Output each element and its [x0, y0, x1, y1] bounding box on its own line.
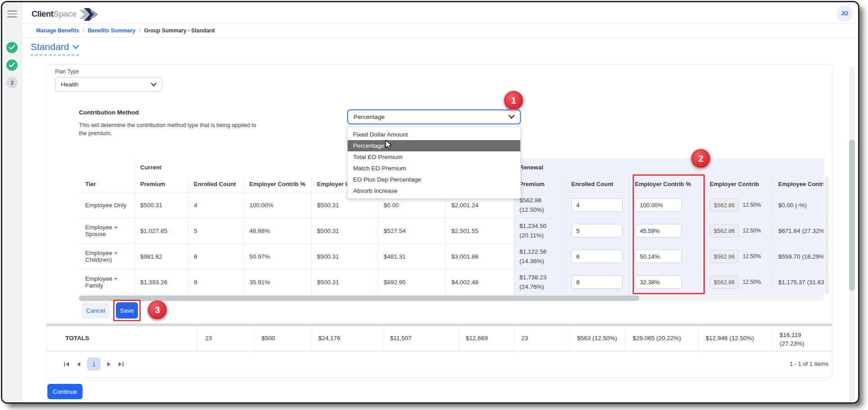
table-vertical-scrollbar[interactable] — [825, 177, 829, 294]
breadcrumb-benefits-summary[interactable]: Benefits Summary — [88, 27, 135, 34]
renewal-employer-pct: 12.50% — [743, 253, 761, 260]
cell-employer-contrib: $500.31 — [311, 244, 378, 269]
cell-total-premium: $4,002.48 — [445, 269, 514, 295]
left-rail: 3 — [2, 2, 23, 402]
renewal-employer-contrib-input — [710, 250, 739, 263]
contribution-method-select[interactable]: Percentage — [347, 109, 521, 124]
option-total-eo-premium[interactable]: Total EO Premium — [348, 151, 520, 163]
contribution-method-description: This will determine the contribution met… — [79, 121, 259, 137]
cell-contrib-pct: 100.00% — [243, 192, 311, 218]
step-indicator-3[interactable]: 3 — [6, 77, 18, 88]
cell-renewal-premium: $1,738.23 (24.76%) — [514, 269, 565, 295]
renewal-enrolled-count-input[interactable] — [571, 198, 623, 212]
renewal-enrolled-count-input[interactable] — [571, 275, 623, 289]
cell-renewal-premium: $1,122.56 (14.36%) — [514, 244, 565, 269]
option-match-eo-premium[interactable]: Match EO Premium — [348, 163, 520, 174]
cell-enrolled: 8 — [188, 269, 243, 295]
col-header-employer-contrib-pct: Employer Contrib % — [243, 176, 311, 192]
col-header-enrolled-count: Enrolled Count — [188, 176, 243, 192]
step-indicator-2[interactable] — [6, 59, 18, 71]
continue-button[interactable]: Continue — [47, 384, 83, 399]
totals-cell: $12,946 (12.50%) — [698, 326, 772, 351]
cell-enrolled: 6 — [188, 244, 243, 269]
option-absorb-increase[interactable]: Absorb Increase — [348, 185, 520, 196]
renewal-employer-contrib-input — [710, 275, 739, 289]
option-eo-plus-dep-percentage[interactable]: EO Plus Dep Percentage — [348, 174, 520, 185]
contribution-method-value: Percentage — [354, 114, 509, 120]
group-header-spacer — [79, 158, 134, 176]
next-page-button[interactable] — [103, 358, 115, 370]
breadcrumb-manage-benefits[interactable]: Manage Benefits — [36, 27, 79, 34]
last-page-button[interactable] — [115, 358, 127, 370]
step-indicator-1[interactable] — [6, 42, 18, 53]
page-number-button[interactable]: 1 — [87, 357, 101, 371]
page-title-row: Standard — [31, 41, 79, 55]
pagination: 1 — [61, 357, 127, 371]
cell-tier: Employee Only — [79, 192, 134, 218]
clientspace-logo[interactable]: ClientSpace — [32, 7, 98, 22]
col-header-premium: Premium — [134, 176, 188, 192]
footer-divider — [45, 380, 830, 380]
col-header-renewal-premium: Premium — [514, 176, 565, 192]
cell-tier: Employee + Spouse — [79, 218, 134, 244]
renewal-employer-pct: 12.50% — [743, 202, 761, 208]
cell-renewal-enrolled — [565, 218, 629, 244]
totals-cell: 23 — [514, 326, 569, 351]
renewal-employer-pct: 12.50% — [743, 279, 761, 285]
cell-enrolled: 4 — [188, 192, 243, 218]
cell-employee-contrib: $527.54 — [378, 218, 445, 244]
user-avatar[interactable]: JO — [836, 5, 853, 22]
cell-renewal-employee-contrib: $0.00 (-%) — [772, 192, 824, 218]
chevron-down-icon — [151, 83, 156, 87]
page-vertical-scrollbar-thumb[interactable] — [849, 140, 855, 291]
mouse-cursor-icon — [385, 140, 393, 150]
cell-premium: $1,393.26 — [134, 269, 188, 295]
table-horizontal-scrollbar — [79, 296, 824, 301]
totals-cell: $24,176 — [311, 326, 382, 351]
cell-employer-contrib: $500.31 — [311, 269, 378, 295]
col-header-renewal-employee-contrib: Employee Contrib — [772, 176, 824, 192]
totals-cell: $16,119 (27.23%) — [772, 326, 832, 351]
cell-renewal-enrolled — [565, 269, 629, 295]
chevron-down-icon — [509, 115, 514, 119]
first-page-button[interactable] — [61, 358, 73, 370]
totals-label: TOTALS — [46, 326, 197, 351]
cell-renewal-employer-contrib: 12.50% — [704, 218, 772, 244]
cell-premium: $981.62 — [134, 244, 188, 269]
cell-renewal-enrolled — [565, 244, 629, 269]
check-icon — [9, 45, 15, 50]
previous-page-button[interactable] — [73, 358, 84, 370]
pagination-info: 1 - 1 of 1 items — [790, 360, 828, 367]
renewal-enrolled-count-input[interactable] — [571, 250, 623, 263]
cell-employee-contrib: $481.31 — [378, 244, 445, 269]
option-percentage[interactable]: Percentage — [348, 140, 520, 151]
cell-employee-contrib: $892.95 — [378, 269, 445, 295]
cell-contrib-pct: 35.91% — [243, 269, 311, 295]
cell-tier: Employee + Child(ren) — [79, 244, 134, 269]
page-vertical-scrollbar — [849, 67, 855, 404]
renewal-enrolled-count-input[interactable] — [571, 224, 623, 237]
breadcrumb-separator: / — [139, 27, 140, 34]
plan-type-select[interactable]: Health — [55, 77, 162, 92]
plan-type-label: Plan Type — [55, 68, 79, 75]
hamburger-menu-icon[interactable] — [7, 10, 17, 18]
logo-arrow-icon — [79, 7, 98, 22]
option-fixed-dollar-amount[interactable]: Fixed Dollar Amount — [348, 129, 520, 140]
totals-cell: $12,669 — [458, 326, 514, 351]
col-header-renewal-employer-contrib: Employer Contrib — [704, 176, 772, 192]
cell-premium: $1,027.85 — [134, 218, 188, 244]
totals-cell: $11,507 — [382, 326, 458, 351]
annotation-badge-2: 2 — [691, 149, 711, 169]
breadcrumb-separator: / — [83, 27, 84, 34]
top-bar: ClientSpace JO — [23, 2, 859, 24]
cell-renewal-premium: $562.86 (12.50%) — [514, 192, 565, 218]
title-chevron-down-icon[interactable] — [73, 45, 79, 49]
table-horizontal-scrollbar-thumb[interactable] — [79, 296, 639, 301]
breadcrumb: Manage Benefits / Benefits Summary / Gro… — [23, 24, 859, 38]
totals-cell: 23 — [197, 326, 254, 351]
cancel-button[interactable]: Cancel — [82, 302, 110, 319]
annotation-badge-1: 1 — [504, 91, 524, 110]
renewal-employer-pct: 12.50% — [743, 228, 761, 234]
check-icon — [9, 63, 15, 68]
cell-total-premium: $2,501.55 — [445, 218, 514, 244]
